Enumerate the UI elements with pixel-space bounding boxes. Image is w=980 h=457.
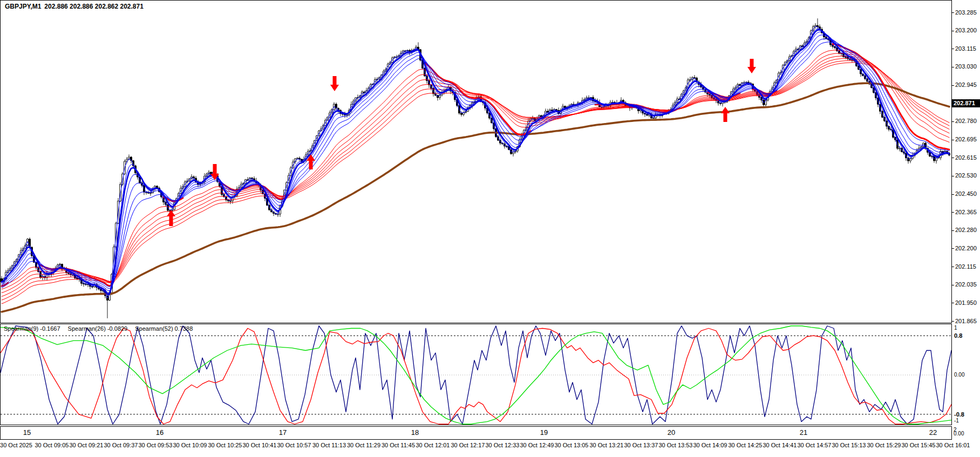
time-axis-label: 30 Oct 12:33 [486,442,520,448]
spearman-chart-canvas[interactable] [1,324,951,425]
price-axis-label: 202.615 [955,154,977,161]
time-axis-label: 30 Oct 09:05 [35,442,69,448]
price-axis-tick [951,194,954,195]
price-axis-tick [951,85,954,86]
median-thick-blue-line [2,30,949,294]
price-axis-label: 203.030 [955,63,977,70]
indicator-axis-label: 1 [954,325,957,331]
price-axis-tick [951,121,954,122]
price-axis-label: 203.285 [955,9,977,16]
hour-label: 18 [411,428,419,436]
time-axis-label: 30 Oct 2025 [0,442,32,448]
price-axis-tick [951,321,954,322]
fast-ema-line [2,42,949,288]
current-price-badge: 202.871 [952,99,980,107]
hour-label: 22 [929,428,937,436]
indicator-value-label: Spearman(52) 0.7388 [135,325,193,332]
signal-arrow-down-icon[interactable] [747,59,756,73]
indicator-axis-label: 0.8 [954,332,962,339]
time-axis-label: 30 Oct 15:13 [832,442,866,448]
long-ma-brown-line [2,83,949,312]
time-axis-label: 30 Oct 16:01 [936,442,970,448]
price-axis-tick [951,12,954,13]
indicator-axis-label: -0.8 [954,411,964,418]
fast-ema-line [2,29,949,295]
time-axis-label: 30 Oct 12:17 [451,442,485,448]
price-axis-label: 202.200 [955,245,977,251]
time-axis-label: 30 Oct 14:41 [763,442,797,448]
signal-arrow-down-icon[interactable] [330,76,339,91]
hour-label: 16 [156,428,164,436]
hour-strip-axis-label: 0.00 [954,431,964,436]
price-axis-label: 202.945 [955,81,977,88]
time-axis-label: 30 Oct 09:53 [139,442,173,448]
price-axis-label: 201.865 [955,318,977,324]
fast-ema-line [2,39,949,289]
main-price-chart[interactable]: GBPJPY,M1202.886 202.886 202.862 202.871 [0,0,952,323]
chart-title: GBPJPY,M1202.886 202.886 202.862 202.871 [5,3,147,10]
time-axis-label: 30 Oct 15:29 [867,442,901,448]
signal-arrow-up-icon[interactable] [721,107,730,122]
time-axis-label: 30 Oct 14:09 [693,442,727,448]
price-axis-label: 202.695 [955,136,977,142]
price-axis-tick [951,303,954,303]
bull-candles [3,25,946,300]
chart-symbol-label: GBPJPY,M1 [5,3,41,10]
indicator-value-label: Spearman(9) -0.1667 [4,325,60,332]
time-axis-label: 30 Oct 15:45 [902,442,936,448]
price-axis-tick [951,176,954,176]
price-axis-label: 202.780 [955,118,977,124]
time-axis-label: 30 Oct 13:21 [590,442,624,448]
hour-label: 19 [540,428,548,436]
price-axis-tick [951,248,954,249]
time-axis-label: 30 Oct 12:01 [416,442,450,448]
indicator-value-label: Spearman(26) -0.0829 [68,325,128,332]
time-axis-label: 30 Oct 09:21 [70,442,104,448]
price-axis-tick [951,158,954,158]
time-axis-label: 30 Oct 11:13 [312,442,346,448]
slow-ema-line [2,53,949,289]
price-axis-label: 202.450 [955,190,977,197]
time-axis-label: 30 Oct 11:45 [382,442,415,448]
price-axis-tick [951,140,954,140]
time-axis[interactable]: 30 Oct 202530 Oct 09:0530 Oct 09:2130 Oc… [0,440,980,456]
hour-label: 15 [23,428,31,436]
time-axis-label: 30 Oct 10:57 [277,442,311,448]
indicator-label: Spearman(9) -0.1667Spearman(26) -0.0829S… [4,325,200,332]
hour-label: 17 [279,428,287,436]
price-axis-label: 202.035 [955,281,977,288]
mt4-chart-window: GBPJPY,M1202.886 202.886 202.862 202.871… [0,0,980,457]
time-axis-label: 30 Oct 10:09 [173,442,207,448]
price-axis-tick [951,267,954,267]
spearman-indicator-window[interactable]: Spearman(9) -0.1667Spearman(26) -0.0829S… [0,324,952,425]
price-axis-label: 202.530 [955,172,977,179]
price-axis-tick [951,285,954,285]
price-axis-label: 202.280 [955,227,977,233]
time-axis-label: 30 Oct 10:25 [208,442,242,448]
hour-strip: 1516171819202122 [0,426,952,440]
bear-candles [1,25,950,300]
price-axis-tick [951,212,954,213]
time-axis-label: 30 Oct 14:57 [798,442,832,448]
signal-arrow-up-icon[interactable] [167,210,175,226]
price-axis-label: 203.200 [955,27,977,33]
slow-ema-line [2,58,949,296]
time-axis-label: 30 Oct 12:49 [520,442,554,448]
price-axis-tick [951,31,954,31]
time-axis-label: 30 Oct 13:05 [555,442,589,448]
indicator-axis-label: -1 [954,418,959,424]
time-axis-label: 30 Oct 11:29 [347,442,380,448]
price-axis-label: 202.115 [955,263,976,270]
price-axis-tick [951,67,954,67]
time-axis-label: 30 Oct 13:53 [659,442,693,448]
candlestick-chart-canvas[interactable] [1,1,951,323]
time-axis-label: 30 Oct 13:37 [624,442,658,448]
time-axis-label: 30 Oct 14:25 [729,442,763,448]
price-axis-label: 201.950 [955,299,977,306]
indicator-axis-label: 0.00 [954,372,964,378]
hour-label: 21 [800,428,807,436]
time-axis-label: 30 Oct 10:41 [243,442,277,448]
time-axis-label: 30 Oct 09:37 [104,442,138,448]
price-axis-tick [951,230,954,231]
slow-ema-line [2,50,949,285]
